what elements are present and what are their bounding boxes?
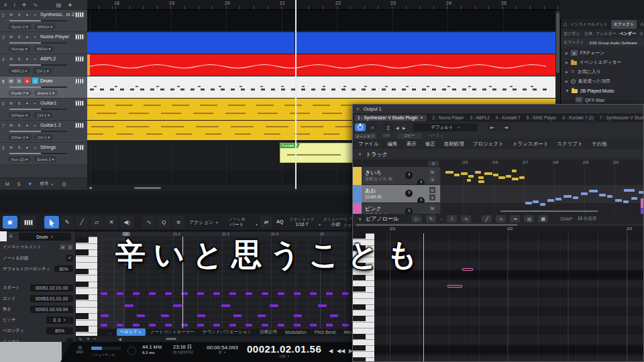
roll-eraser-tool-button[interactable]: ▱ [90, 216, 103, 229]
scroll-handle[interactable] [166, 338, 176, 340]
sv-line-mode-button[interactable]: ╱ [482, 215, 492, 223]
footer-mute-button[interactable]: M [5, 182, 9, 186]
menu-other[interactable]: その他 [592, 141, 607, 147]
velocity-field[interactable]: 80% [46, 327, 73, 335]
end-field[interactable]: 00053.01.01.00 [30, 295, 73, 302]
midi-note[interactable] [125, 304, 133, 307]
instrument-select[interactable]: SINer 2 ▾ [8, 134, 32, 140]
footer-solo-button[interactable]: S [17, 182, 21, 186]
menu-autoprocess[interactable]: 自動処理 [444, 141, 464, 147]
preset-prev-icon[interactable]: ◀ [396, 125, 399, 130]
track-name[interactable]: Guitar1 [40, 100, 57, 106]
monitor-button[interactable]: ◐ [32, 100, 38, 106]
midi-note[interactable] [149, 292, 156, 295]
vscroll-pink-marker[interactable] [641, 198, 644, 208]
favorite-heart-icon[interactable]: ♥ [29, 181, 32, 187]
black-key[interactable] [353, 345, 366, 351]
plugin-tab[interactable]: 7 - Synthesizer V Studio Plug [600, 115, 644, 120]
plugin-window-header[interactable]: + Output 1 [353, 105, 644, 113]
track-name[interactable]: Synthesiz.. in 2 [40, 11, 74, 17]
mute-button[interactable]: M [8, 122, 14, 128]
menu-script[interactable]: スクリプト [557, 141, 582, 147]
timeline-hscroll[interactable] [500, 210, 598, 212]
instrument-select[interactable]: Kon (2) ▾ [8, 156, 31, 162]
mute-button[interactable]: M [8, 56, 14, 62]
layout-icon[interactable]: ▤ [56, 2, 62, 8]
black-key[interactable] [353, 286, 366, 292]
voice-track-pink[interactable]: ピンク 花隈千冬 AI M S [353, 203, 440, 214]
black-key[interactable] [76, 249, 89, 255]
roll-arrow-tool-button[interactable] [44, 216, 59, 229]
solo-button[interactable]: S [16, 56, 22, 62]
track-name[interactable]: ABPL2 [40, 56, 56, 62]
roll-quantize-caret-icon[interactable]: ▼ [318, 223, 321, 227]
crumb-root[interactable]: エフェクト [564, 40, 584, 46]
plugin-tab[interactable]: 5 - SINE Player [527, 115, 557, 120]
snap-value[interactable]: 16 分音符 [578, 216, 597, 222]
curve-tool-button[interactable]: ∿ [142, 216, 156, 229]
inspector-icon[interactable]: i [14, 2, 15, 8]
mute-button[interactable]: M [8, 144, 14, 150]
midi-note[interactable] [133, 324, 140, 326]
lane-tab-modulation[interactable]: Modulation [282, 329, 310, 335]
tab-effects[interactable]: エフェクト [611, 20, 637, 29]
goto-end-button[interactable]: ⇥ [500, 123, 511, 131]
plugin-tab[interactable]: 6 - Kontakt 7 (2) [562, 115, 594, 120]
menu-modify[interactable]: 修正 [425, 141, 435, 147]
plugin-tab[interactable]: 4 - Kontakt 7 [496, 115, 521, 120]
track-fader[interactable] [9, 131, 67, 132]
step-back-button[interactable]: ◀ [329, 348, 333, 354]
preset-select[interactable]: デフォルト▼ [413, 123, 478, 131]
midi-note[interactable] [165, 324, 172, 326]
footer-layout-icon[interactable]: ▥ [62, 182, 66, 187]
record-arm-button[interactable]: ● [24, 122, 30, 128]
track-fader[interactable] [9, 153, 67, 154]
note-repeat-button[interactable]: ⇄ [260, 216, 272, 229]
midi-note[interactable] [540, 203, 545, 206]
sort-folder[interactable]: フォルダー [596, 31, 616, 37]
collapse-chevron-icon[interactable]: ∨ [358, 152, 362, 157]
monitor-button[interactable]: ◐ [32, 11, 38, 17]
channel-select[interactable]: CH 1 ▾ [34, 112, 52, 118]
midi-clip-drum[interactable] [87, 76, 555, 98]
midi-note[interactable] [229, 292, 236, 295]
midi-note[interactable] [101, 314, 109, 317]
midi-note[interactable] [326, 324, 333, 326]
monitor-button[interactable]: ◐ [32, 122, 38, 128]
tracks-section-header[interactable]: ∨ トラック [353, 149, 644, 160]
record-time-display[interactable]: 23:16 日 最大録音時間 [173, 345, 193, 354]
pan-knob[interactable] [405, 208, 413, 214]
instrument-editor-icon[interactable] [75, 56, 84, 62]
roll-quantize-select[interactable]: クオンタイズ 1/16 T [287, 215, 317, 229]
midi-note[interactable] [310, 292, 317, 295]
track-row-guitar2[interactable]: 7 MS ●◐ Guitar1 2 SINer 2 ▾CH 1 ▾ [0, 121, 87, 143]
midi-note[interactable] [599, 194, 606, 196]
midi-note[interactable] [165, 292, 172, 295]
black-key[interactable] [76, 269, 89, 275]
channel-select[interactable]: MIDut ▾ [34, 46, 54, 52]
midi-note[interactable] [615, 199, 622, 202]
black-key[interactable] [76, 294, 89, 300]
lane-more-button[interactable]: … [104, 329, 115, 335]
lane-add-button[interactable]: + [87, 336, 90, 342]
menu-edit[interactable]: 編集 [388, 141, 398, 147]
instrument-editor-icon[interactable] [75, 101, 84, 106]
track-fader[interactable] [9, 64, 67, 66]
tree-item-qfxwax[interactable]: FX QFX Wax [561, 95, 644, 105]
goto-start-button[interactable]: ⇤ [487, 123, 498, 131]
sv-curve-mode-button[interactable]: ∿ [496, 215, 506, 223]
track-row-guitar1[interactable]: 6 MS ●◐ Guitar1 SINaye ▾CH 1 ▾ [0, 99, 87, 121]
automation-icon[interactable]: ∿ [33, 2, 38, 8]
lane-remove-button[interactable]: − [94, 336, 97, 342]
collapse-chevron-icon[interactable]: ∨ [358, 217, 362, 222]
solo-button[interactable]: S [16, 78, 22, 84]
solo-button[interactable]: S [16, 34, 22, 40]
monitor-button[interactable]: ◐ [32, 78, 38, 84]
note-color-caret-icon[interactable]: ▼ [255, 223, 258, 227]
midi-note[interactable] [342, 292, 349, 295]
sv-pen-tool-button[interactable]: ✎ [426, 215, 436, 223]
lane-tab-velocity[interactable]: ベロシティ [117, 328, 146, 336]
instrument-select[interactable]: Konkt 7 ▾ [8, 90, 32, 96]
tree-item-favorites[interactable]: ▶☆ お気に入り [561, 67, 644, 76]
midi-clip-blue[interactable] [87, 32, 555, 54]
